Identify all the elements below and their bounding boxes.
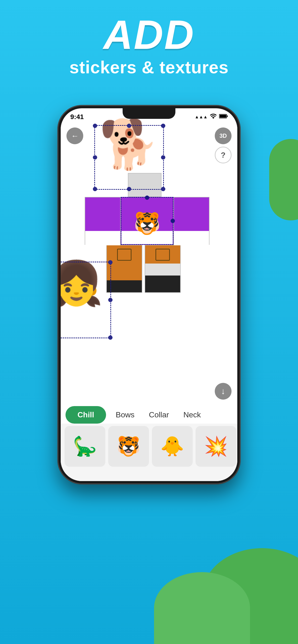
leg-pocket-left: [117, 249, 131, 261]
skin-body-row: 🐯: [85, 197, 209, 245]
back-arrow-icon: ←: [71, 132, 79, 140]
sticker-dinosaur[interactable]: 🦕: [65, 426, 105, 467]
phone-notch: [123, 108, 175, 119]
anime-selection-area[interactable]: 👧: [61, 262, 111, 338]
skin-body-center[interactable]: 🐯: [121, 197, 174, 245]
leg-black-left: [107, 280, 142, 292]
selection-handle-tm[interactable]: [127, 124, 131, 128]
phone-mockup: 9:41 ▲▲▲ ← 3D: [58, 106, 240, 484]
leg-white-right: [145, 264, 180, 276]
selection-handle-body-tm[interactable]: [145, 196, 149, 200]
selection-handle-bl[interactable]: [93, 187, 97, 191]
anime-handle-br[interactable]: [108, 336, 112, 340]
selection-handle-br[interactable]: [161, 187, 165, 191]
selection-handle-bm[interactable]: [127, 187, 131, 191]
status-icons: ▲▲▲: [195, 114, 228, 120]
signal-icon: ▲▲▲: [195, 114, 208, 120]
help-button[interactable]: ?: [215, 146, 232, 164]
skin-leg-left: [106, 245, 142, 293]
skin-leg-right: [145, 245, 181, 293]
tiger-sticker: 🐯: [134, 211, 161, 236]
selection-handle-tl[interactable]: [93, 124, 97, 128]
sticker-duck[interactable]: 🐥: [152, 426, 193, 467]
phone-frame: 9:41 ▲▲▲ ← 3D: [58, 106, 240, 484]
tab-collar[interactable]: Collar: [144, 406, 174, 424]
back-button[interactable]: ←: [66, 128, 83, 144]
selection-handle-tr[interactable]: [161, 124, 165, 128]
tab-neck[interactable]: Neck: [179, 406, 206, 424]
header-add-text: ADD: [0, 14, 298, 55]
leg-pocket-right: [156, 249, 170, 261]
download-icon: ↓: [221, 386, 225, 396]
selection-handle-body-mr[interactable]: [171, 219, 175, 223]
tab-chill[interactable]: Chill: [66, 406, 106, 424]
svg-rect-1: [227, 116, 228, 117]
sticker-tiger[interactable]: 🐯: [108, 426, 149, 467]
header-subtitle-text: stickers & textures: [0, 58, 298, 77]
3d-button[interactable]: 3D: [215, 128, 232, 144]
anime-handle-tr[interactable]: [108, 260, 112, 264]
3d-button-label: 3D: [220, 132, 227, 139]
sticker-grid: 🦕 🐯 🐥 💥 ⭐: [61, 424, 237, 481]
skin-body-right: [174, 197, 209, 245]
app-content: ← 3D ?: [61, 123, 237, 481]
skin-legs-row: [106, 245, 183, 293]
status-time: 9:41: [70, 113, 84, 121]
selection-handle-mr[interactable]: [161, 155, 165, 160]
shiba-selection-area[interactable]: 🐕: [94, 125, 164, 190]
phone-screen: 9:41 ▲▲▲ ← 3D: [61, 108, 237, 481]
wifi-icon: [210, 114, 217, 120]
skin-body-left: [85, 197, 121, 245]
tree-decoration: [269, 139, 298, 220]
header-section: ADD stickers & textures: [0, 14, 298, 77]
help-icon: ?: [221, 151, 226, 160]
anime-handle-mr[interactable]: [108, 298, 112, 302]
selection-handle-ml[interactable]: [93, 155, 97, 160]
tab-bows[interactable]: Bows: [111, 406, 139, 424]
category-tabs: Chill Bows Collar Neck: [61, 406, 237, 424]
download-button[interactable]: ↓: [215, 383, 232, 400]
leg-black-right: [145, 276, 180, 292]
svg-rect-2: [220, 115, 226, 118]
sticker-explosion[interactable]: 💥: [196, 426, 236, 467]
battery-icon: [219, 114, 228, 120]
